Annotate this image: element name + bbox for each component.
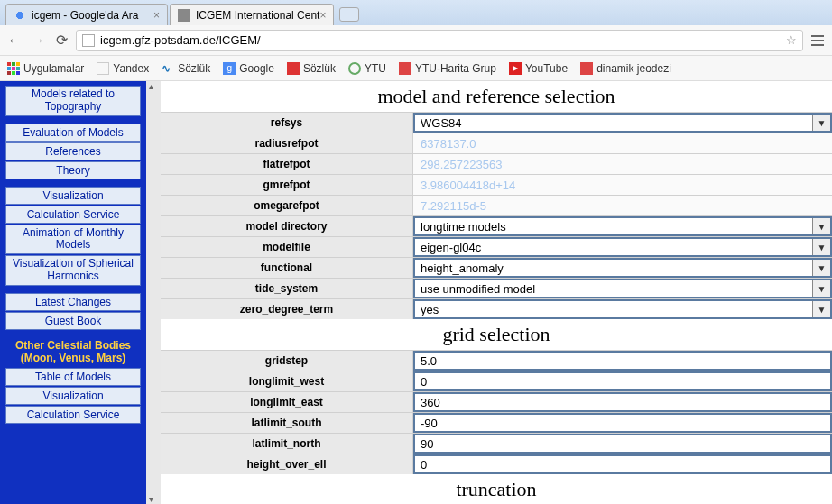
bookmark-ytugrup[interactable]: YTU-Harita Grup [399,62,496,75]
forward-button[interactable]: → [29,32,47,50]
field-label: longlimit_east [161,392,413,412]
bookmark-youtube[interactable]: ▶ YouTube [509,62,568,75]
form-row: longlimit_west [161,371,832,391]
bookmark-sozluk2[interactable]: Sözlük [287,62,336,75]
field-value [413,351,832,371]
browser-tab-1[interactable]: ICGEM International Cent × [170,4,334,25]
select-value: height_anomaly [415,260,812,276]
bookmark-label: Google [239,62,274,75]
field-value: eigen-gl04c▼ [413,237,832,257]
form-row: flatrefpot298.257223563 [161,153,832,174]
input-longlimit-east[interactable] [413,392,832,412]
input-latlimit-north[interactable] [413,434,832,454]
bookmark-ytu[interactable]: YTU [348,62,386,75]
sidebar-item-changes[interactable]: Latest Changes [5,293,141,311]
sidebar-item-evaluation[interactable]: Evaluation of Models [5,124,141,142]
form-row: omegarefpot7.292115d-5 [161,195,832,215]
field-label: modelfile [161,237,413,257]
bookmark-label: dinamik jeodezi [596,62,671,75]
bookmark-sozluk[interactable]: ∿ Sözlük [162,62,210,75]
select-value: yes [415,301,812,317]
chevron-down-icon[interactable]: ▼ [812,218,830,234]
select-value: use unmodified model [415,280,812,297]
readonly-value: 7.292115d-5 [413,199,832,213]
sidebar-item-theory[interactable]: Theory [5,161,141,179]
form-row: refsysWGS84▼ [161,112,832,133]
field-label: latlimit_north [161,434,413,454]
readonly-value: 3.986004418d+14 [413,179,832,192]
sidebar-item-calculation2[interactable]: Calculation Service [5,406,141,424]
sidebar-scrollbar[interactable] [146,81,161,504]
field-value: 298.257223563 [413,154,832,174]
select-zero-degree-term[interactable]: yes▼ [413,299,832,319]
field-label: model directory [161,216,413,236]
sidebar-item-references[interactable]: References [5,142,141,160]
input-height-over-ell[interactable] [413,454,832,474]
input-gridstep[interactable] [413,351,832,371]
select-value: WGS84 [415,115,812,131]
reload-button[interactable]: ⟳ [52,32,70,50]
bookmark-google[interactable]: g Google [223,62,274,75]
input-latlimit-south[interactable] [413,413,832,433]
select-model-directory[interactable]: longtime models▼ [413,216,832,236]
field-value [413,454,832,474]
field-value: 3.986004418d+14 [413,175,832,195]
field-value [413,434,832,454]
form-row: gridstep [161,350,832,371]
new-tab-button[interactable] [339,7,359,22]
input-longlimit-west[interactable] [413,371,832,391]
close-icon[interactable]: × [153,9,160,22]
field-value: 7.292115d-5 [413,196,832,215]
bookmark-apps[interactable]: Uygulamalar [7,62,84,75]
sidebar-item-visualization[interactable]: Visualization [5,187,141,205]
field-label: flatrefpot [161,154,413,174]
select-value: eigen-gl04c [415,239,812,255]
star-icon[interactable]: ☆ [786,33,797,47]
yandex-icon [97,62,109,75]
select-refsys[interactable]: WGS84▼ [413,113,832,133]
bookmark-yandex[interactable]: Yandex [97,62,149,75]
bookmark-jeodezi[interactable]: dinamik jeodezi [580,62,671,75]
back-button[interactable]: ← [5,32,23,50]
chevron-down-icon[interactable]: ▼ [812,260,830,276]
sidebar-item-table-models[interactable]: Table of Models [5,368,141,386]
url-text: icgem.gfz-potsdam.de/ICGEM/ [100,33,261,47]
chevron-down-icon[interactable]: ▼ [812,280,830,297]
sidebar-item-topography[interactable]: Models related to Topography [5,86,141,116]
sidebar-item-visualization2[interactable]: Visualization [5,387,141,405]
form-row: functionalheight_anomaly▼ [161,257,832,278]
form-row: zero_degree_termyes▼ [161,298,832,319]
jeodezi-icon [580,62,593,75]
sidebar-item-guestbook[interactable]: Guest Book [5,312,141,330]
section-title-grid: grid selection [161,319,832,350]
select-modelfile[interactable]: eigen-gl04c▼ [413,237,832,257]
chevron-down-icon[interactable]: ▼ [812,115,830,131]
bookmark-label: Sözlük [178,62,210,75]
field-label: longlimit_west [161,371,413,391]
bookmark-label: YTU-Harita Grup [415,62,496,75]
sidebar-item-animation[interactable]: Animation of Monthly Models [5,225,141,255]
browser-menu-button[interactable] [809,35,827,46]
sidebar-item-spherical[interactable]: Visualization of Spherical Harmonics [5,255,141,286]
ytu-icon [348,62,361,75]
section-title-truncation: truncation [161,474,832,504]
field-label: refsys [161,113,413,133]
close-icon[interactable]: × [319,9,326,22]
field-value [413,413,832,433]
select-functional[interactable]: height_anomaly▼ [413,258,832,278]
field-label: height_over_ell [161,454,413,474]
field-label: functional [161,258,413,278]
chevron-down-icon[interactable]: ▼ [812,239,830,255]
address-bar[interactable]: icgem.gfz-potsdam.de/ICGEM/ ☆ [76,30,803,51]
form-row: modelfileeigen-gl04c▼ [161,236,832,257]
field-value: 6378137.0 [413,133,832,153]
chevron-down-icon[interactable]: ▼ [812,301,830,317]
tab-title: icgem - Google'da Ara [32,9,138,22]
bookmark-label: Sözlük [303,62,336,75]
readonly-value: 298.257223563 [413,158,832,171]
sidebar-item-calculation[interactable]: Calculation Service [5,206,141,224]
select-tide-system[interactable]: use unmodified model▼ [413,279,832,298]
form-row: radiusrefpot6378137.0 [161,133,832,153]
browser-tab-0[interactable]: icgem - Google'da Ara × [5,4,168,25]
field-label: omegarefpot [161,196,413,215]
